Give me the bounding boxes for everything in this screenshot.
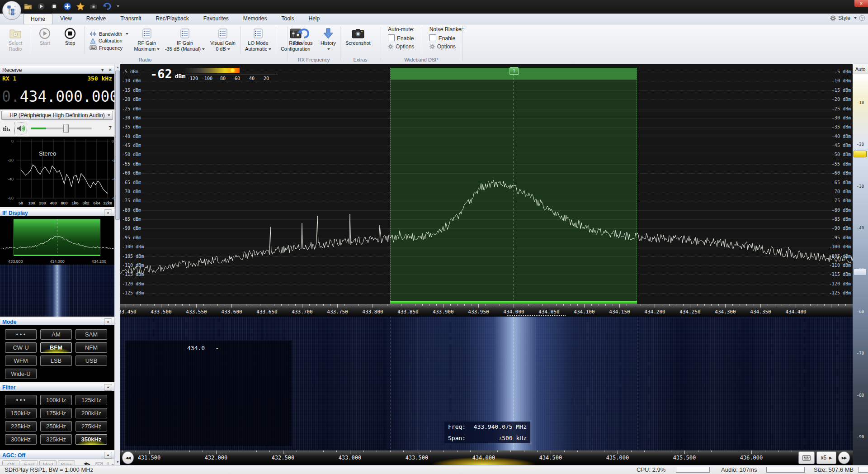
visual-gain-button[interactable]: Visual Gain0 dB <box>208 25 238 53</box>
agc-off-button[interactable]: Off <box>2 460 19 465</box>
style-menu[interactable]: Style ? <box>830 15 865 21</box>
auto-mute-enable-checkbox[interactable]: Enable <box>388 34 415 42</box>
undo-icon[interactable] <box>102 2 111 11</box>
filter-button[interactable]: 225kHz <box>5 421 37 431</box>
collapse-panel-button[interactable]: ▲ <box>104 318 112 325</box>
tab-tools[interactable]: Tools <box>275 14 301 24</box>
add-icon[interactable] <box>63 2 72 11</box>
if-display-panel[interactable]: 433.800434.000434.200 <box>0 216 114 265</box>
waterfall-display[interactable]: 434.0 - Freq:433.940.075 MHz Span:±500 k… <box>120 317 853 450</box>
collapse-panel-button[interactable]: ▲ <box>104 384 112 391</box>
history-button[interactable]: History <box>316 25 340 53</box>
tab-transmit[interactable]: Transmit <box>113 14 148 24</box>
equalizer-icon[interactable] <box>3 125 11 132</box>
filter-button[interactable]: • • • <box>5 395 37 405</box>
filter-button[interactable]: 275kHz <box>75 421 107 431</box>
palette-legend-bar[interactable] <box>184 68 240 73</box>
noise-blanker-enable-checkbox[interactable]: Enable <box>429 34 465 42</box>
camera-icon[interactable] <box>89 2 98 11</box>
tab-home[interactable]: Home <box>24 14 52 24</box>
rx-marker-1[interactable]: 1 <box>509 67 519 75</box>
filter-button[interactable]: 100kHz <box>40 395 72 405</box>
collapse-panel-button[interactable]: ▲ <box>104 452 112 459</box>
lo-mode-button[interactable]: LO ModeAutomatic <box>243 25 274 53</box>
help-icon[interactable]: ? <box>859 15 865 21</box>
nav-tick <box>778 450 778 452</box>
tab-rec-playback[interactable]: Rec/Playback <box>149 14 195 24</box>
keyboard-entry-button[interactable] <box>798 451 815 464</box>
mode-button[interactable]: Wide-U <box>5 369 37 379</box>
auto-mute-options-button[interactable]: Options <box>388 43 415 50</box>
filter-button[interactable]: 250kHz <box>40 421 72 431</box>
audio-device-dropdown[interactable]: HP (Périphérique High Definition Audio) <box>1 111 113 120</box>
collapse-panel-button[interactable]: ▲ <box>104 209 112 216</box>
filter-button[interactable]: 325kHz <box>40 434 72 445</box>
application-menu-button[interactable] <box>2 1 21 20</box>
nav-tick <box>618 450 618 454</box>
left-panel-scrollbar[interactable]: ▲ ▼ <box>114 64 120 465</box>
scrollbar-thumb[interactable] <box>115 71 120 220</box>
mode-button[interactable]: WFM <box>5 356 37 366</box>
filter-button[interactable]: 125kHz <box>75 395 107 405</box>
start-button[interactable]: Start <box>33 25 57 47</box>
filter-button[interactable]: 150kHz <box>5 408 37 418</box>
mode-button[interactable]: • • • <box>5 329 37 340</box>
filter-button[interactable]: 350kHz <box>75 434 107 445</box>
band-navigation-bar[interactable]: ◀◀ x5▶ ▶▶ 431.500432.000432.500433.00043… <box>120 450 853 465</box>
mode-button[interactable]: BFM <box>40 342 72 353</box>
spectrum-frequency-axis[interactable]: 433.450433.500433.550433.600433.650433.7… <box>120 304 853 317</box>
window-close-button[interactable]: ✕ <box>854 0 868 7</box>
tab-favourites[interactable]: Favourites <box>197 14 236 24</box>
tab-memories[interactable]: Memories <box>236 14 274 24</box>
zoom-button[interactable]: x5▶ <box>816 451 836 464</box>
range-high-handle[interactable] <box>854 151 867 157</box>
range-gradient[interactable]: -10-20-30-40-50-60-70-80-90 <box>853 74 868 465</box>
tab-help[interactable]: Help <box>302 14 327 24</box>
palette-marker-dot[interactable] <box>231 68 235 72</box>
spectrum-display[interactable]: 1 -62dBm -5 dBm-5 dBm-10 dBm-10 dBm-15 d… <box>120 64 853 304</box>
mode-button[interactable]: NFM <box>75 342 107 353</box>
calibration-icon <box>90 38 96 44</box>
mode-button[interactable]: CW-U <box>5 342 37 353</box>
frequency-display[interactable]: 0.434.000.000 <box>0 83 114 109</box>
qat-customize-caret[interactable] <box>117 5 119 7</box>
sine-tool-icon[interactable] <box>108 462 114 465</box>
calibration-button[interactable]: Calibration <box>90 38 128 44</box>
agc-fast-button[interactable]: Fast <box>21 460 38 465</box>
speaker-mute-button[interactable] <box>14 123 27 134</box>
panel-close-icon[interactable]: ✕ <box>108 67 112 72</box>
scroll-left-button[interactable]: ◀◀ <box>122 451 134 464</box>
play-icon[interactable] <box>37 2 46 11</box>
bandwidth-button[interactable]: Bandwidth <box>90 31 128 37</box>
screenshot-button[interactable]: Screenshot <box>343 25 373 47</box>
stop-button[interactable]: Stop <box>58 25 82 47</box>
select-radio-button[interactable]: SelectRadio <box>3 25 28 53</box>
mode-button[interactable]: LSB <box>40 356 72 366</box>
stop-icon[interactable] <box>50 2 59 11</box>
filter-button[interactable]: 200kHz <box>75 408 107 418</box>
if-waterfall[interactable] <box>0 265 114 317</box>
auto-range-button[interactable]: Auto <box>853 64 868 74</box>
style-label[interactable]: Style <box>838 15 850 21</box>
favourite-star-icon[interactable] <box>76 2 85 11</box>
tab-receive[interactable]: Receive <box>80 14 113 24</box>
volume-slider[interactable] <box>31 124 92 133</box>
scroll-right-button[interactable]: ▶▶ <box>838 451 850 464</box>
mode-button[interactable]: AM <box>40 329 72 340</box>
volume-slider-thumb[interactable] <box>63 124 69 133</box>
if-gain-button[interactable]: IF Gain-35 dB (Manual) <box>163 25 207 53</box>
mode-button[interactable]: USB <box>75 356 107 366</box>
agc-med-button[interactable]: Med <box>39 460 57 465</box>
filter-bandwidth-bar[interactable] <box>390 301 637 304</box>
frequency-button[interactable]: Frequency <box>90 45 128 51</box>
mode-button[interactable]: SAM <box>75 329 107 340</box>
panel-menu-caret-icon[interactable]: ▼ <box>100 67 105 72</box>
tab-view[interactable]: View <box>53 14 79 24</box>
rf-gain-button[interactable]: RF GainMaximum <box>132 25 162 53</box>
previous-button[interactable]: Previous <box>291 25 315 47</box>
filter-button[interactable]: 175kHz <box>40 408 72 418</box>
noise-blanker-options-button[interactable]: Options <box>429 43 465 50</box>
open-folder-icon[interactable] <box>24 2 33 11</box>
filter-button[interactable]: 300kHz <box>5 434 37 445</box>
agc-slow-button[interactable]: Slow <box>58 460 75 465</box>
